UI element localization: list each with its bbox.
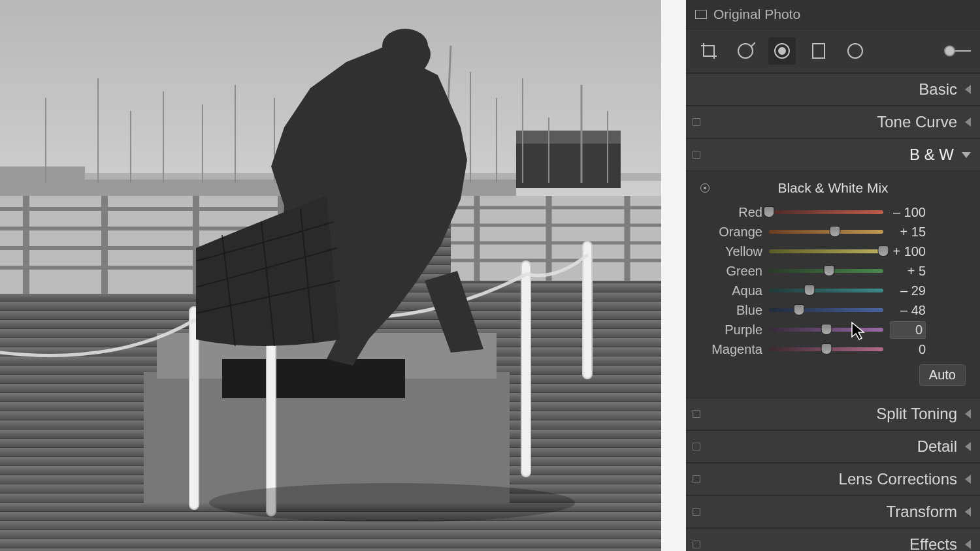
panel-toggle-icon[interactable]	[693, 410, 700, 418]
slider-label: Magenta	[700, 342, 762, 357]
slider-value[interactable]: – 29	[890, 283, 926, 298]
bw-slider-yellow: Yellow+ 100	[700, 242, 966, 261]
adjustment-brush-tool[interactable]	[943, 37, 971, 65]
slider-thumb[interactable]	[793, 304, 804, 315]
chevron-left-icon	[965, 540, 971, 549]
graduated-filter-tool[interactable]	[805, 37, 832, 65]
targeted-adjustment-icon[interactable]	[700, 183, 710, 193]
svg-rect-5	[516, 142, 621, 188]
slider-track[interactable]	[769, 343, 883, 355]
original-photo-label: Original Photo	[713, 7, 800, 22]
slider-track[interactable]	[769, 324, 883, 336]
slider-label: Aqua	[700, 283, 762, 298]
slider-track[interactable]	[769, 206, 883, 218]
bw-slider-magenta: Magenta0	[700, 339, 966, 359]
develop-panel: Original Photo	[686, 0, 980, 551]
panel-tone-curve[interactable]: Tone Curve	[686, 106, 980, 138]
crop-tool[interactable]	[695, 37, 723, 65]
slider-thumb[interactable]	[878, 245, 889, 257]
slider-value[interactable]: + 15	[890, 225, 926, 240]
original-photo-header[interactable]: Original Photo	[686, 0, 980, 29]
svg-point-50	[738, 44, 753, 58]
svg-rect-46	[521, 261, 531, 477]
slider-value[interactable]: + 100	[890, 244, 926, 259]
radial-filter-tool[interactable]	[841, 37, 869, 65]
slider-track[interactable]	[769, 245, 883, 257]
slider-track[interactable]	[769, 226, 883, 238]
panel-detail[interactable]: Detail	[686, 430, 980, 463]
slider-thumb[interactable]	[829, 226, 840, 237]
slider-track[interactable]	[769, 304, 883, 316]
bw-slider-aqua: Aqua– 29	[700, 281, 966, 300]
svg-point-48	[382, 29, 428, 63]
photo-preview	[0, 0, 661, 551]
bw-slider-blue: Blue– 48	[700, 300, 966, 320]
chevron-left-icon	[965, 507, 971, 516]
svg-point-54	[848, 44, 862, 58]
slider-track[interactable]	[769, 265, 883, 277]
panel-split-toning[interactable]: Split Toning	[686, 398, 980, 430]
bw-slider-green: Green+ 5	[700, 261, 966, 281]
original-photo-icon	[695, 10, 707, 19]
redeye-tool[interactable]	[768, 37, 796, 65]
spot-removal-tool[interactable]	[732, 37, 759, 65]
slider-track[interactable]	[769, 285, 883, 296]
slider-label: Green	[700, 264, 762, 279]
svg-rect-53	[813, 44, 825, 58]
slider-thumb[interactable]	[804, 285, 815, 296]
panel-basic[interactable]: Basic	[686, 73, 980, 106]
svg-rect-47	[583, 242, 592, 379]
slider-thumb[interactable]	[821, 324, 832, 335]
panel-transform[interactable]: Transform	[686, 496, 980, 528]
chevron-left-icon	[965, 475, 971, 484]
panel-bw[interactable]: B & W	[686, 138, 980, 171]
panel-effects[interactable]: Effects	[686, 528, 980, 551]
slider-label: Orange	[700, 225, 762, 240]
svg-point-52	[779, 48, 785, 54]
slider-label: Yellow	[700, 244, 762, 259]
bw-slider-purple: Purple0	[700, 320, 966, 339]
slider-label: Blue	[700, 303, 762, 318]
slider-value[interactable]: 0	[890, 342, 926, 357]
slider-label: Purple	[700, 323, 762, 338]
panel-toggle-icon[interactable]	[693, 475, 700, 483]
panel-toggle-icon[interactable]	[693, 443, 700, 450]
bw-auto-button[interactable]: Auto	[919, 364, 966, 386]
slider-thumb[interactable]	[823, 265, 834, 276]
chevron-left-icon	[965, 85, 971, 94]
slider-value[interactable]: – 48	[890, 303, 926, 318]
bw-panel-body: Black & White Mix Red– 100Orange+ 15Yell…	[686, 171, 980, 398]
svg-rect-6	[516, 131, 621, 144]
slider-value[interactable]: 0	[890, 321, 926, 339]
bw-panel-title: Black & White Mix	[700, 180, 966, 196]
svg-rect-43	[222, 359, 405, 398]
panel-toggle-icon[interactable]	[693, 541, 700, 548]
chevron-left-icon	[965, 118, 971, 127]
panel-toggle-icon[interactable]	[693, 508, 700, 516]
chevron-left-icon	[965, 442, 971, 451]
chevron-left-icon	[965, 409, 971, 418]
slider-thumb[interactable]	[821, 343, 832, 354]
tool-strip	[686, 29, 980, 73]
chevron-down-icon	[962, 152, 971, 158]
bw-slider-orange: Orange+ 15	[700, 222, 966, 242]
slider-value[interactable]: + 5	[890, 264, 926, 279]
panel-toggle-icon[interactable]	[693, 118, 700, 126]
slider-value[interactable]: – 100	[890, 205, 926, 220]
slider-thumb[interactable]	[764, 206, 775, 217]
divider	[661, 0, 686, 551]
bw-slider-red: Red– 100	[700, 202, 966, 222]
slider-label: Red	[700, 205, 762, 220]
svg-point-55	[945, 46, 955, 55]
svg-point-49	[209, 483, 575, 522]
panel-lens-corrections[interactable]: Lens Corrections	[686, 463, 980, 496]
panel-toggle-icon[interactable]	[693, 151, 700, 159]
